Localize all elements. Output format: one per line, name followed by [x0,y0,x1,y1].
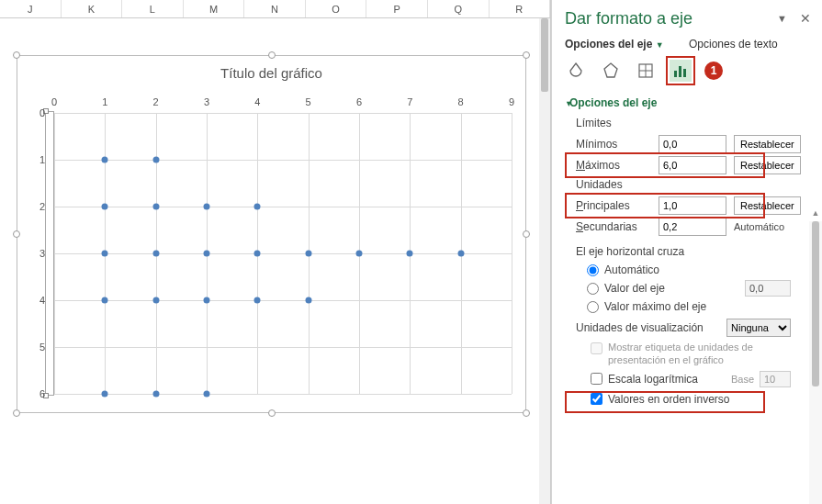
section-axis-options[interactable]: Opciones del eje [565,96,807,109]
reset-major-button[interactable]: Restablecer [734,196,801,215]
display-units-row: Unidades de visualización Ninguna [576,319,807,337]
resize-handle[interactable] [13,51,20,59]
reverse-order-row: Valores en orden inverso [591,393,807,406]
plot-area[interactable] [54,113,512,394]
tab-text-options[interactable]: Opciones de texto [689,38,778,50]
column-headers: J K L M N O P Q R [0,0,550,18]
cross-auto-radio: Automático [587,263,807,276]
embedded-chart[interactable]: Título del gráfico 0123456789 0123456 [17,55,526,413]
sheet-scrollbar[interactable] [539,18,550,504]
format-axis-pane: Dar formato a eje ▼ ✕ Opciones del eje ▼… [551,0,822,504]
callout-1: 1 [704,62,723,80]
fill-line-icon[interactable] [565,60,587,82]
cross-auto-input[interactable] [587,264,599,276]
pane-tabs: Opciones del eje ▼ Opciones de texto [565,38,822,50]
col-header[interactable]: O [306,0,367,17]
limits-header: Límites [576,117,807,129]
display-units-select[interactable]: Ninguna [726,319,791,337]
svg-marker-0 [604,63,617,77]
cross-value-input[interactable] [587,283,599,295]
show-units-label-text: Mostrar etiqueta de unidades de presenta… [608,341,783,367]
col-header[interactable]: L [122,0,184,17]
resize-handle[interactable] [268,51,276,59]
show-units-label-checkbox [591,342,602,354]
svg-rect-5 [679,66,681,77]
y-axis-labels: 0123456 [17,113,51,394]
col-header[interactable]: N [244,0,306,17]
x-axis-labels: 0123456789 [54,96,512,111]
min-row: Mínimos Restablecer [576,135,807,153]
resize-handle[interactable] [523,409,530,417]
minor-auto-label: Automático [734,221,784,232]
cross-value-radio: Valor del eje [587,280,807,297]
cross-max-radio: Valor máximo del eje [587,300,807,313]
axis-options-icon[interactable] [670,60,692,82]
resize-handle[interactable] [523,230,530,238]
major-label: Principales [576,199,659,212]
col-header[interactable]: M [184,0,245,17]
log-base-input [760,371,791,387]
svg-rect-6 [683,69,686,77]
min-input[interactable] [659,135,726,153]
min-label: Mínimos [576,138,659,151]
reset-min-button[interactable]: Restablecer [734,135,801,153]
reverse-order-checkbox[interactable] [591,393,602,405]
resize-handle[interactable] [268,409,276,417]
cross-header: El eje horizontal cruza [576,245,807,258]
minor-row: Secundarias Automático [576,218,807,236]
svg-rect-4 [674,71,677,77]
reset-max-button[interactable]: Restablecer [734,156,801,174]
units-header: Unidades [576,178,807,191]
minor-label: Secundarias [576,220,659,233]
cross-max-input[interactable] [587,301,599,313]
tab-axis-options[interactable]: Opciones del eje ▼ [565,38,675,50]
pane-options-dropdown[interactable]: ▼ [777,13,787,24]
resize-handle[interactable] [523,51,530,59]
col-header[interactable]: R [490,0,551,17]
max-row: Máximos Restablecer [576,156,807,174]
major-row: Principales Restablecer [576,196,807,215]
cross-value-field [745,280,791,297]
max-label: Máximos [576,159,659,172]
minor-input[interactable] [659,218,726,236]
resize-handle[interactable] [13,409,20,417]
col-header[interactable]: Q [428,0,490,17]
log-scale-row: Escala logarítmica Base [591,371,807,387]
max-input[interactable] [659,156,726,174]
chart-title[interactable]: Título del gráfico [17,56,525,84]
spreadsheet-area: J K L M N O P Q R Título del gráfico [0,0,551,504]
major-input[interactable] [659,196,726,215]
close-icon[interactable]: ✕ [800,11,811,26]
col-header[interactable]: K [62,0,123,17]
size-properties-icon[interactable] [635,60,657,82]
col-header[interactable]: P [366,0,428,17]
col-header[interactable]: J [0,0,62,17]
log-scale-checkbox[interactable] [591,373,602,385]
pane-scrollbar[interactable]: ▲▼ [809,221,822,504]
effects-icon[interactable] [600,60,622,82]
